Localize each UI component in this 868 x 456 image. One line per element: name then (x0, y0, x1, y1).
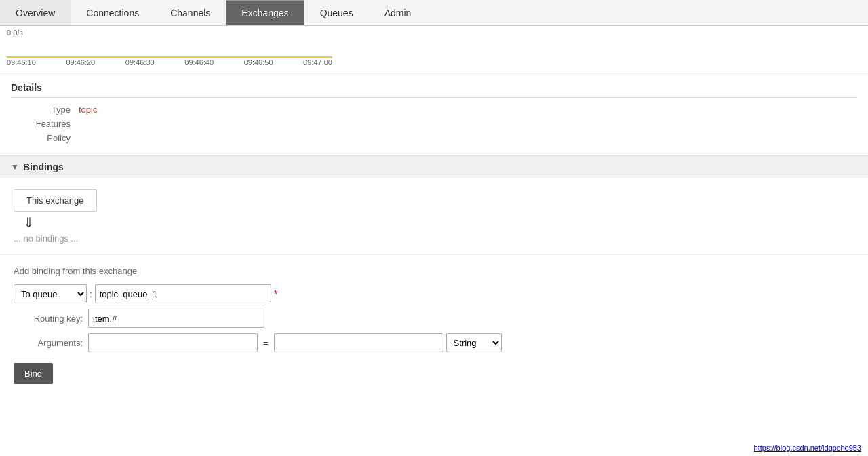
type-label: Type (18, 104, 79, 115)
destination-name-input[interactable] (95, 284, 271, 303)
this-exchange-box: This exchange (14, 189, 97, 212)
arguments-row: Arguments: = String Number Boolean (14, 333, 854, 352)
chart-label-0: 09:46:10 (7, 58, 36, 66)
routing-key-input[interactable] (88, 309, 264, 328)
bindings-header[interactable]: ▼ Bindings (0, 156, 868, 178)
add-binding-title: Add binding from this exchange (14, 266, 854, 276)
tab-admin[interactable]: Admin (369, 0, 427, 25)
destination-row: To queue To exchange : * (14, 284, 854, 303)
nav-tabs: Overview Connections Channels Exchanges … (0, 0, 868, 26)
routing-key-row: Routing key: (14, 309, 854, 328)
tab-connections[interactable]: Connections (71, 0, 155, 25)
arrow-down-icon: ⇓ (23, 214, 854, 231)
arguments-value-input[interactable] (274, 333, 443, 352)
chart-canvas (7, 38, 332, 58)
chart-labels: 09:46:10 09:46:20 09:46:30 09:46:40 09:4… (7, 58, 332, 66)
destination-type-select[interactable]: To queue To exchange (14, 284, 87, 303)
details-section: Details Type topic Features Policy (0, 74, 868, 155)
required-star: * (274, 288, 277, 299)
no-bindings-text: ... no bindings ... (14, 233, 854, 244)
bindings-section: ▼ Bindings This exchange ⇓ ... no bindin… (0, 155, 868, 254)
argument-type-select[interactable]: String Number Boolean (446, 333, 502, 352)
chart-label-3: 09:46:40 (184, 58, 214, 66)
tab-overview[interactable]: Overview (0, 0, 71, 25)
equals-sign: = (263, 338, 269, 348)
chart-label-2: 09:46:30 (125, 58, 155, 66)
chart-label-1: 09:46:20 (66, 58, 95, 66)
detail-row-policy: Policy (18, 133, 857, 143)
bind-button[interactable]: Bind (14, 363, 53, 384)
tab-queues[interactable]: Queues (304, 0, 369, 25)
arguments-key-input[interactable] (88, 333, 258, 352)
features-label: Features (18, 119, 79, 129)
type-value: topic (79, 104, 97, 115)
chart-label-5: 09:47:00 (303, 58, 332, 66)
detail-row-type: Type topic (18, 104, 857, 115)
detail-table: Type topic Features Policy (18, 104, 857, 143)
bindings-label: Bindings (23, 162, 64, 172)
detail-row-features: Features (18, 119, 857, 129)
bindings-content: This exchange ⇓ ... no bindings ... (0, 178, 868, 254)
chart-rate: 0.0/s (7, 28, 861, 37)
colon-separator: : (90, 289, 92, 299)
details-title: Details (11, 82, 857, 98)
policy-label: Policy (18, 133, 79, 143)
routing-key-label: Routing key: (14, 314, 88, 324)
add-binding-section: Add binding from this exchange To queue … (0, 254, 868, 395)
destination-inputs: To queue To exchange : * (14, 284, 277, 303)
tab-channels[interactable]: Channels (155, 0, 226, 25)
tab-exchanges[interactable]: Exchanges (226, 0, 304, 25)
collapse-icon: ▼ (11, 162, 19, 172)
chart-label-4: 09:46:50 (244, 58, 273, 66)
arguments-label: Arguments: (14, 338, 88, 348)
chart-area: 0.0/s 09:46:10 09:46:20 09:46:30 09:46:4… (0, 26, 868, 74)
